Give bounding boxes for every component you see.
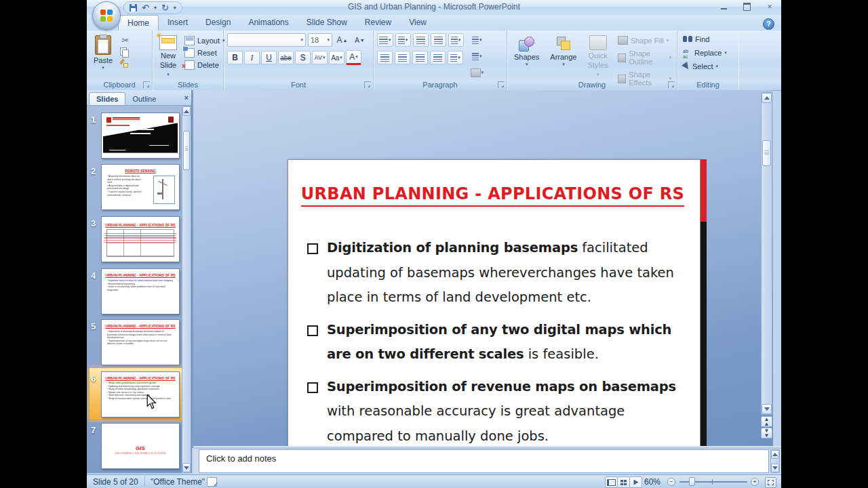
slide-6-thumbnail[interactable]: URBAN PLANNING - APPLICATIONS OF RS Stud…	[102, 372, 179, 417]
panel-scroll-thumb[interactable]	[183, 131, 190, 170]
numbering-button[interactable]: ▾	[395, 33, 411, 47]
notes-scroll-down-button[interactable]	[771, 464, 779, 472]
font-size-combo[interactable]: 18▾	[308, 33, 332, 47]
slide-body[interactable]: Digitization of planning basemaps facili…	[307, 236, 691, 456]
slide-4-thumbnail[interactable]: URBAN PLANNING - APPLICATIONS OF RS Impo…	[102, 269, 179, 314]
drawing-dialog-launcher[interactable]	[668, 81, 675, 88]
slide-title[interactable]: URBAN PLANNING - APPLICATIONS OF RS	[295, 184, 690, 207]
zoom-out-button[interactable]: −	[667, 478, 675, 486]
tab-home[interactable]: Home	[118, 15, 159, 30]
tab-slides[interactable]: Slides	[89, 92, 125, 105]
tab-animations[interactable]: Animations	[239, 15, 297, 30]
normal-view-button[interactable]	[605, 476, 618, 488]
next-slide-button[interactable]: ▼▼	[761, 428, 772, 439]
previous-slide-button[interactable]: ▲▲	[761, 416, 772, 427]
tab-insert[interactable]: Insert	[159, 15, 197, 30]
notes-scroll-up-button[interactable]	[771, 450, 779, 459]
font-dialog-launcher[interactable]	[364, 81, 371, 88]
find-button[interactable]: Find	[681, 35, 729, 44]
align-center-button[interactable]	[395, 51, 410, 64]
zoom-in-button[interactable]: +	[751, 478, 759, 486]
shrink-font-button[interactable]: A▼	[352, 33, 368, 47]
panel-scroll-down-button[interactable]	[182, 463, 191, 472]
underline-button[interactable]: U	[261, 51, 277, 64]
save-icon[interactable]	[130, 4, 137, 12]
select-button[interactable]: Select▾	[681, 62, 729, 71]
tab-slide-show[interactable]: Slide Show	[298, 15, 356, 30]
change-case-button[interactable]: Aa▾	[329, 51, 344, 64]
panel-close-icon[interactable]: ×	[184, 94, 189, 102]
panel-scroll-up-button[interactable]	[182, 106, 191, 116]
zoom-slider-thumb[interactable]	[689, 477, 695, 486]
fit-to-window-button[interactable]	[765, 477, 776, 488]
scroll-down-button[interactable]	[762, 404, 772, 414]
notes-box[interactable]: Click to add notes	[199, 449, 769, 473]
shape-outline-button[interactable]: Shape Outline▾	[616, 49, 673, 66]
align-text-button[interactable]: ▾	[469, 49, 486, 63]
clipboard-dialog-launcher[interactable]	[143, 81, 150, 88]
tab-outline[interactable]: Outline	[125, 93, 163, 105]
decrease-indent-button[interactable]	[413, 33, 429, 47]
slide-3-thumbnail[interactable]: URBAN PLANNING - APPLICATIONS OF RS	[102, 217, 179, 262]
scroll-thumb[interactable]	[762, 140, 771, 166]
slide-2-thumbnail[interactable]: REMOTE SENSING Acquiring information abo…	[102, 165, 179, 209]
font-name-combo[interactable]: ▾	[227, 33, 306, 47]
reset-button[interactable]: Reset	[182, 47, 227, 58]
character-spacing-button[interactable]: AV▾	[312, 51, 328, 64]
minimize-button[interactable]	[719, 3, 728, 11]
columns-button[interactable]: ▾	[448, 51, 463, 64]
slideshow-view-button[interactable]	[629, 476, 642, 488]
slide-1-thumbnail[interactable]	[102, 113, 179, 158]
zoom-level[interactable]: 60%	[644, 477, 660, 487]
copy-button[interactable]	[118, 47, 132, 57]
font-color-button[interactable]: A▾	[346, 50, 361, 65]
new-slide-button[interactable]: New Slide ▾	[156, 33, 180, 79]
scroll-up-button[interactable]	[762, 93, 772, 103]
qat-customize-icon[interactable]: ▾	[174, 5, 176, 11]
text-direction-button[interactable]: ▾	[469, 33, 486, 47]
arrange-button[interactable]: Arrange▾	[547, 33, 580, 79]
align-left-button[interactable]	[377, 51, 393, 64]
text-shadow-button[interactable]: S	[295, 51, 311, 64]
slide-sorter-view-button[interactable]	[617, 476, 630, 488]
tab-review[interactable]: Review	[356, 15, 400, 30]
slide-scrollbar[interactable]	[761, 92, 772, 415]
undo-icon[interactable]: ↶	[142, 3, 149, 13]
shapes-button[interactable]: Shapes▾	[511, 33, 542, 79]
layout-button[interactable]: Layout▾	[182, 35, 227, 46]
quick-styles-button[interactable]: Quick Styles ▾	[584, 33, 611, 79]
undo-dropdown-icon[interactable]: ▾	[154, 5, 157, 11]
tab-design[interactable]: Design	[197, 15, 239, 30]
close-button[interactable]: ×	[765, 3, 774, 11]
replace-button[interactable]: Replace▾	[681, 48, 729, 58]
notes-placeholder[interactable]: Click to add notes	[206, 453, 276, 464]
strikethrough-button[interactable]: abe	[278, 51, 294, 64]
panel-scrollbar[interactable]	[182, 106, 191, 473]
office-button[interactable]	[92, 1, 121, 30]
justify-button[interactable]	[430, 51, 446, 64]
paragraph-group: ▾ ▾ ▾ ▾ ▾ ▾	[374, 30, 507, 90]
paragraph-dialog-launcher[interactable]	[498, 81, 505, 88]
bullets-button[interactable]: ▾	[377, 33, 393, 47]
cut-button[interactable]: ✂	[118, 35, 132, 45]
restore-button[interactable]	[742, 3, 751, 11]
tab-view[interactable]: View	[400, 15, 435, 30]
notes-scrollbar[interactable]	[770, 449, 780, 473]
slide[interactable]: URBAN PLANNING - APPLICATIONS OF RS Digi…	[288, 159, 701, 448]
smartart-button[interactable]: ▾	[469, 66, 486, 79]
paste-button[interactable]: Paste ▾	[90, 33, 116, 79]
align-right-button[interactable]	[412, 51, 428, 64]
redo-icon[interactable]: ↻	[161, 3, 169, 13]
line-spacing-button[interactable]: ▾	[448, 33, 464, 47]
grow-font-button[interactable]: A▲	[334, 33, 350, 47]
spelling-status[interactable]	[201, 476, 223, 487]
help-button[interactable]: ?	[763, 18, 774, 30]
delete-button[interactable]: Delete	[182, 60, 227, 70]
increase-indent-button[interactable]	[431, 33, 446, 47]
slide-5-thumbnail[interactable]: URBAN PLANNING - APPLICATIONS OF RS Digi…	[102, 320, 179, 365]
format-painter-button[interactable]	[118, 58, 132, 68]
slide-7-thumbnail[interactable]: GIS (GEOGRAPHIC INFORMATION SYSTEM)	[102, 424, 179, 468]
bold-button[interactable]: B	[227, 51, 243, 64]
italic-button[interactable]: I	[244, 51, 260, 64]
shape-fill-button[interactable]: Shape Fill▾	[616, 35, 673, 45]
